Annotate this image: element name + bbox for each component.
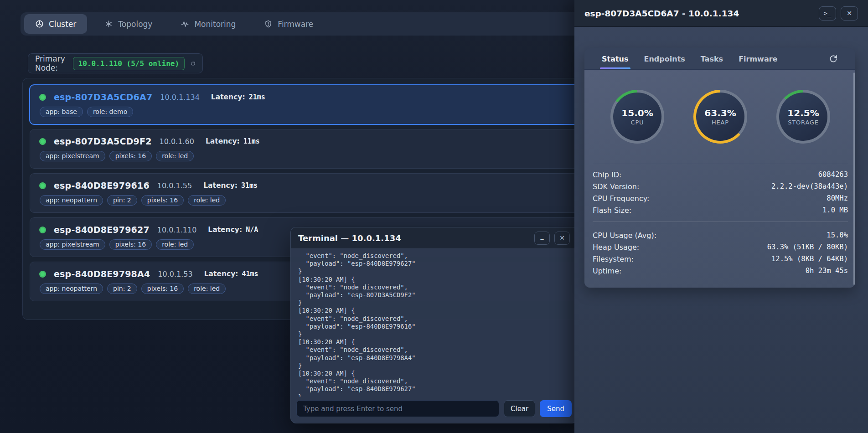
node-name: esp-840D8E9798A4: [54, 269, 150, 279]
node-detail-panel: esp-807D3A5CD6A7 - 10.0.1.134 >_ ✕ Statu…: [574, 0, 868, 433]
info-row-sdk-version: SDK Version: 2.2.2-dev(38a443e): [592, 180, 849, 192]
node-ip: 10.0.1.55: [157, 181, 192, 190]
node-tag: pixels: 16: [109, 151, 152, 161]
detail-tab-firmware[interactable]: Firmware: [739, 48, 777, 69]
latency-value: 11ms: [243, 137, 260, 145]
node-ip: 10.0.1.60: [160, 137, 194, 146]
node-name: esp-807D3A5CD9F2: [54, 136, 152, 146]
primary-node-badge: 10.0.1.110 (5/5 online): [73, 57, 185, 70]
log-line: "event": "node_discovered",: [298, 284, 570, 291]
node-tag: app: neopattern: [40, 195, 103, 206]
tab-topology[interactable]: Topology: [93, 14, 163, 34]
terminal-close-button[interactable]: ✕: [554, 232, 570, 245]
node-tag: app: pixelstream: [40, 239, 105, 250]
node-tag: pixels: 16: [109, 239, 152, 250]
heap-gauge: 63.3% HEAP: [693, 90, 747, 144]
log-line: "event": "node_discovered",: [298, 252, 570, 260]
gauge-row: 15.0% CPU 63.3% HEAP 12.5% STORAGE: [592, 90, 849, 144]
clear-button[interactable]: Clear: [504, 400, 535, 417]
log-line: "payload": "esp-807D3A5CD9F2": [298, 291, 570, 299]
tab-topology-label: Topology: [118, 20, 152, 29]
info-row-heap-usage: Heap Usage: 63.3% (51KB / 80KB): [592, 241, 849, 253]
tab-firmware[interactable]: Firmware: [253, 14, 324, 34]
primary-node-label: Primary Node:: [35, 54, 67, 72]
detail-panel-title: esp-807D3A5CD6A7 - 10.0.1.134: [584, 9, 739, 18]
log-line: "event": "node_discovered",: [298, 346, 570, 354]
terminal-log[interactable]: "event": "node_discovered", "payload": "…: [291, 249, 577, 397]
online-status-icon: [39, 271, 46, 278]
terminal-title: Terminal — 10.0.1.134: [298, 233, 401, 243]
log-line: }: [298, 330, 570, 338]
latency-label: Latency:: [211, 93, 245, 101]
node-name: esp-807D3A5CD6A7: [54, 92, 152, 102]
info-row-chip-id: Chip ID: 6084263: [592, 169, 849, 180]
log-line: "event": "node_discovered",: [298, 377, 570, 385]
info-label: Flash Size:: [593, 206, 631, 215]
refresh-icon[interactable]: [829, 54, 838, 63]
monitoring-icon: [181, 20, 189, 28]
node-tag: role: demo: [87, 107, 133, 117]
log-line: [10:30:20 AM] {: [298, 276, 570, 284]
open-terminal-button[interactable]: >_: [819, 6, 836, 21]
refresh-icon[interactable]: [191, 59, 196, 68]
info-row-cpu-frequency: CPU Frequency: 80MHz: [592, 192, 849, 204]
node-ip: 10.0.1.134: [160, 93, 200, 102]
latency-label: Latency:: [208, 226, 242, 234]
node-tag: app: pixelstream: [40, 151, 105, 161]
detail-tab-status[interactable]: Status: [602, 48, 629, 69]
terminal-minimize-button[interactable]: _: [534, 232, 550, 245]
info-label: Uptime:: [593, 267, 621, 275]
panel-close-button[interactable]: ✕: [841, 6, 858, 21]
node-tag: app: base: [40, 107, 83, 117]
info-label: Filesystem:: [593, 255, 634, 263]
latency-value: 41ms: [242, 270, 258, 278]
status-card: Status Endpoints Tasks Firmware 15.0% CP…: [584, 48, 855, 288]
close-icon: ✕: [559, 234, 565, 242]
tab-monitoring[interactable]: Monitoring: [170, 14, 247, 34]
log-line: [10:30:20 AM] {: [298, 338, 570, 346]
node-tag: role: led: [156, 151, 194, 161]
terminal-footer: Clear Send: [291, 397, 577, 423]
cpu-gauge-label: CPU: [631, 119, 644, 126]
detail-tab-tasks[interactable]: Tasks: [701, 48, 723, 69]
latency-label: Latency:: [203, 181, 238, 190]
node-ip: 10.0.1.53: [158, 270, 192, 278]
latency-label: Latency:: [204, 270, 238, 278]
info-row-filesystem: Filesystem: 12.5% (8KB / 64KB): [592, 253, 849, 265]
node-ip: 10.0.1.110: [157, 226, 197, 234]
log-line: "event": "node_discovered",: [298, 315, 570, 323]
latency-value: N/A: [246, 226, 258, 234]
heap-gauge-label: HEAP: [712, 119, 729, 126]
cluster-icon: [35, 20, 44, 28]
panel-scrollbar[interactable]: [853, 72, 855, 285]
storage-gauge-value: 12.5%: [787, 108, 819, 119]
node-tag: role: led: [188, 195, 226, 206]
online-status-icon: [39, 94, 46, 101]
node-name: esp-840D8E979627: [54, 225, 150, 235]
log-line: [10:30:20 AM] {: [298, 307, 570, 314]
info-value: 6084263: [818, 170, 848, 179]
log-line: "payload": "esp-840D8E979627": [298, 260, 570, 268]
log-line: "payload": "esp-840D8E9798A4": [298, 354, 570, 362]
info-value: 2.2.2-dev(38a443e): [771, 182, 848, 191]
close-icon: ✕: [847, 10, 852, 17]
log-line: }: [298, 299, 570, 307]
send-button[interactable]: Send: [540, 400, 572, 417]
firmware-icon: [264, 20, 273, 28]
online-status-icon: [39, 182, 46, 189]
detail-tab-endpoints[interactable]: Endpoints: [644, 48, 685, 69]
tab-cluster[interactable]: Cluster: [24, 14, 87, 34]
terminal-prompt-icon: >_: [824, 10, 832, 17]
terminal-titlebar[interactable]: Terminal — 10.0.1.134 _ ✕: [291, 227, 577, 249]
info-label: CPU Frequency:: [593, 194, 650, 203]
topology-icon: [104, 20, 113, 28]
terminal-input[interactable]: [296, 400, 499, 417]
log-line: "payload": "esp-840D8E979616": [298, 323, 570, 330]
node-tag: role: led: [156, 239, 194, 250]
node-tag: role: led: [188, 284, 226, 294]
cpu-gauge: 15.0% CPU: [610, 90, 664, 144]
log-line: "payload": "esp-840D8E979627": [298, 385, 570, 393]
info-value: 0h 23m 45s: [806, 267, 848, 275]
latency-value: 21ms: [249, 93, 265, 101]
detail-tabs: Status Endpoints Tasks Firmware: [584, 48, 855, 70]
